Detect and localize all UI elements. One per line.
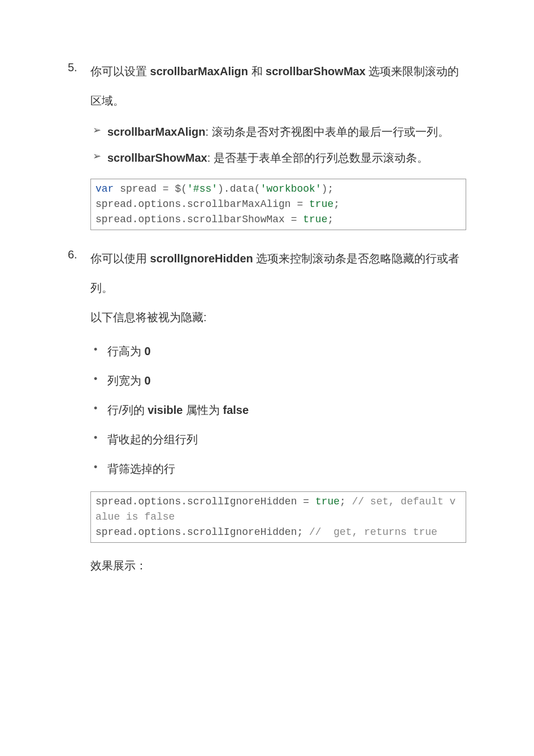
bullet-label: scrollbarShowMax [107, 152, 207, 164]
text: 你可以使用 [90, 252, 150, 265]
arrow-bullet-list: scrollbarMaxAlign: 滚动条是否对齐视图中表单的最后一行或一列。… [90, 119, 466, 171]
bullet-text: 行/列的 [107, 404, 147, 416]
code-block: var spread = $('#ss').data('workbook'); … [90, 179, 466, 230]
ordered-list: 5. 你可以设置 scrollbarMaxAlign 和 scrollbarSh… [68, 57, 466, 578]
arrow-bullet: scrollbarMaxAlign: 滚动条是否对齐视图中表单的最后一行或一列。 [90, 119, 466, 145]
keyword-scrollIgnoreHidden: scrollIgnoreHidden [150, 252, 253, 265]
code-identifier: spread [120, 183, 157, 195]
code-literal-true: true [309, 198, 333, 210]
list-item-5: 5. 你可以设置 scrollbarMaxAlign 和 scrollbarSh… [68, 57, 466, 230]
code-line: spread.options.scrollIgnoreHidden = [95, 496, 315, 507]
code-call: $( [175, 183, 187, 195]
paragraph: 你可以设置 scrollbarMaxAlign 和 scrollbarShowM… [90, 57, 466, 115]
dot-bullet: 行高为 0 [90, 336, 466, 366]
intro-line: 以下信息将被视为隐藏: [90, 303, 466, 332]
dot-bullet: 行/列的 visible 属性为 false [90, 395, 466, 425]
code-comment: // get, returns true [309, 526, 437, 538]
bullet-label: scrollbarMaxAlign [107, 126, 205, 138]
code-line: spread.options.scrollIgnoreHidden; [95, 526, 309, 538]
list-number: 5. [68, 57, 77, 78]
code-punct: ); [322, 183, 334, 195]
code-block: spread.options.scrollIgnoreHidden = true… [90, 491, 466, 543]
paragraph: 你可以使用 scrollIgnoreHidden 选项来控制滚动条是否忽略隐藏的… [90, 244, 466, 303]
code-string: '#ss' [187, 183, 218, 195]
bullet-text: 列宽为 [107, 374, 145, 387]
code-line: spread.options.scrollbarShowMax = [95, 214, 303, 225]
arrow-bullet: scrollbarShowMax: 是否基于表单全部的行列总数显示滚动条。 [90, 145, 466, 171]
dot-bullet-list: 行高为 0 列宽为 0 行/列的 visible 属性为 false 背收起的分… [90, 336, 466, 483]
code-literal-true: true [315, 496, 340, 507]
keyword-scrollbarShowMax: scrollbarShowMax [266, 65, 366, 77]
code-punct: = [157, 183, 175, 195]
code-punct: ; [333, 198, 340, 210]
bullet-desc: : 是否基于表单全部的行列总数显示滚动条。 [207, 152, 428, 164]
dot-bullet: 背筛选掉的行 [90, 454, 466, 483]
code-punct: ; [340, 496, 352, 507]
text: 和 [248, 65, 266, 77]
code-string: 'workbook' [261, 183, 322, 195]
code-keyword-var: var [95, 183, 114, 195]
bullet-bold: 0 [145, 374, 151, 387]
document-page: 5. 你可以设置 scrollbarMaxAlign 和 scrollbarSh… [0, 0, 534, 625]
code-punct: ; [327, 214, 333, 225]
bullet-desc: : 滚动条是否对齐视图中表单的最后一行或一列。 [205, 126, 449, 138]
code-literal-true: true [303, 214, 327, 225]
text: 你可以设置 [90, 65, 150, 77]
bullet-text: 背筛选掉的行 [107, 463, 175, 475]
dot-bullet: 列宽为 0 [90, 366, 466, 395]
keyword-scrollbarMaxAlign: scrollbarMaxAlign [150, 65, 248, 77]
result-label: 效果展示： [90, 553, 466, 578]
code-call: ).data( [218, 183, 261, 195]
code-line: spread.options.scrollbarMaxAlign = [95, 198, 309, 210]
list-number: 6. [68, 244, 77, 265]
bullet-text: 行高为 [107, 345, 145, 357]
bullet-bold: false [223, 404, 249, 416]
bullet-text: 背收起的分组行列 [107, 433, 198, 446]
bullet-bold: 0 [145, 345, 151, 357]
bullet-bold: visible [147, 404, 183, 416]
dot-bullet: 背收起的分组行列 [90, 425, 466, 454]
bullet-text: 属性为 [183, 404, 223, 416]
list-item-6: 6. 你可以使用 scrollIgnoreHidden 选项来控制滚动条是否忽略… [68, 244, 466, 578]
